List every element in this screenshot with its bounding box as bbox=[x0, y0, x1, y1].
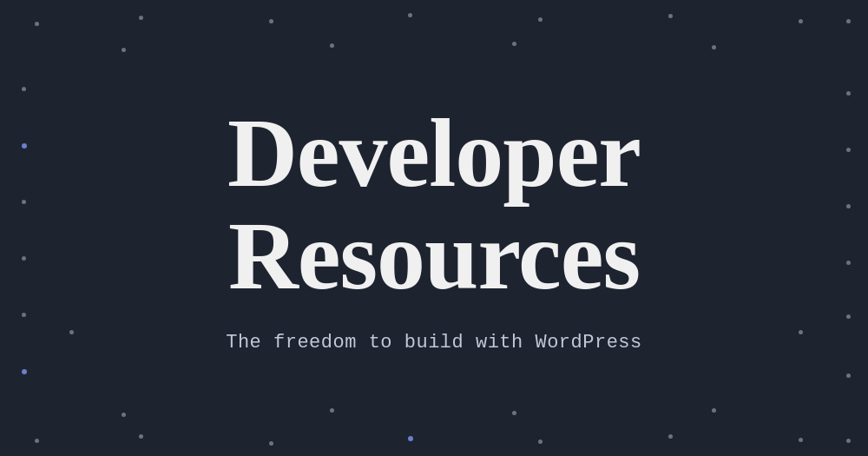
main-heading: Developer Resources bbox=[227, 102, 641, 307]
dot-gray bbox=[668, 434, 673, 439]
dot-gray bbox=[35, 439, 39, 443]
dot-gray bbox=[799, 330, 803, 334]
dot-gray bbox=[846, 314, 851, 319]
page-container: Developer Resources The freedom to build… bbox=[0, 0, 868, 456]
dot-gray bbox=[846, 204, 851, 208]
dot-gray bbox=[846, 439, 851, 443]
dot-gray bbox=[330, 408, 334, 413]
dot-gray bbox=[799, 438, 803, 442]
dot-gray bbox=[712, 45, 716, 50]
dot-gray bbox=[22, 256, 26, 261]
dot-gray bbox=[22, 200, 26, 204]
subtitle-text: The freedom to build with WordPress bbox=[226, 332, 642, 354]
dot-gray bbox=[846, 261, 851, 265]
dot-gray bbox=[668, 14, 673, 18]
dot-gray bbox=[139, 434, 143, 439]
dot-gray bbox=[538, 439, 542, 444]
dot-gray bbox=[269, 441, 273, 446]
dot-gray bbox=[69, 330, 74, 334]
dot-gray bbox=[799, 19, 803, 23]
dot-gray bbox=[846, 373, 851, 378]
dot-gray bbox=[139, 16, 143, 20]
dot-gray bbox=[846, 91, 851, 96]
dot-gray bbox=[408, 13, 412, 17]
dot-gray bbox=[846, 19, 851, 23]
dot-gray bbox=[22, 313, 26, 317]
dot-gray bbox=[269, 19, 273, 23]
dot-gray bbox=[512, 411, 516, 415]
dot-gray bbox=[330, 43, 334, 48]
dot-gray bbox=[512, 42, 516, 46]
dot-blue bbox=[22, 369, 27, 374]
dot-gray bbox=[712, 408, 716, 413]
dot-gray bbox=[122, 413, 126, 417]
dot-gray bbox=[122, 48, 126, 52]
dot-gray bbox=[22, 87, 26, 91]
dot-blue bbox=[22, 143, 27, 149]
dot-gray bbox=[35, 22, 39, 26]
dot-gray bbox=[538, 17, 542, 22]
dot-gray bbox=[846, 148, 851, 152]
dot-blue bbox=[408, 436, 413, 441]
